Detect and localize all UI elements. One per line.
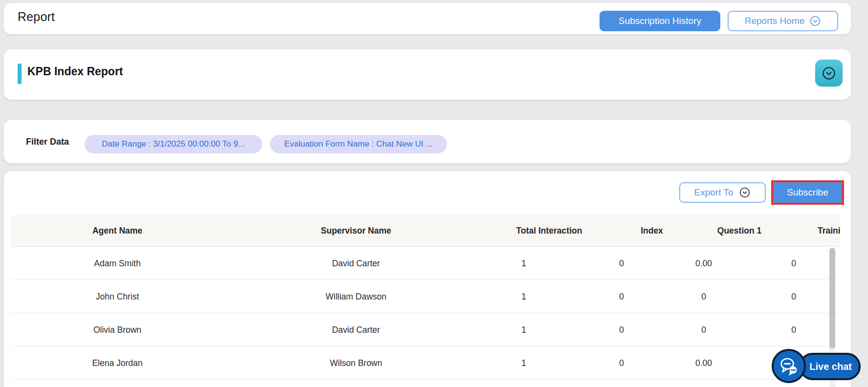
live-chat-button[interactable]: Live chat [799,353,861,380]
cell-training: 0 [791,291,796,301]
report-page: { "page": { "title": "Report" }, "header… [0,0,868,387]
cell-agent-name: Elena Jordan [92,358,142,368]
chevron-down-icon [739,187,751,198]
cell-supervisor-name: William Dawson [326,291,386,301]
subscription-history-label: Subscription History [619,16,701,26]
cell-agent-name: John Christ [96,291,139,301]
collapse-report-button[interactable] [815,60,843,86]
chevron-down-icon [822,66,836,81]
cell-supervisor-name: Wilson Brown [330,358,382,368]
table-row[interactable]: Olivia Brown David Carter 1 0 0 0 [11,313,840,346]
date-range-filter-chip[interactable]: Date Range : 3/1/2025 00:00:00 To 9... [85,135,262,153]
subscribe-button[interactable]: Subscribe [773,182,842,203]
cell-total-interaction: 1 [521,324,526,335]
export-to-button[interactable]: Export To [679,182,766,203]
cell-question-1: 0 [701,324,706,335]
title-accent-bar [18,64,22,84]
cell-index: 0 [619,358,624,368]
kpb-report-card: KPB Index Report [4,49,851,100]
table-row-partial [11,380,840,387]
report-card-title: KPB Index Report [27,65,123,78]
column-header-training: Training [818,226,840,236]
scrollbar-thumb[interactable] [829,248,835,348]
column-header-agent-name: Agent Name [92,226,142,236]
subscribe-label: Subscribe [787,187,828,198]
cell-total-interaction: 1 [521,358,526,368]
cell-index: 0 [619,324,624,335]
table-row[interactable]: Adam Smith David Carter 1 0 0.00 0 [11,247,840,280]
chevron-down-icon [809,15,821,27]
export-to-label: Export To [694,187,734,198]
table-body: Adam Smith David Carter 1 0 0.00 0 John … [11,246,840,387]
cell-question-1: 0.00 [695,258,712,268]
filter-data-label: Filter Data [26,137,69,147]
column-header-question-1: Question 1 [717,226,761,236]
report-table-card: Export To Subscribe Agent Name Superviso… [4,171,851,387]
filter-card: Filter Data Date Range : 3/1/2025 00:00:… [4,120,851,163]
evaluation-form-filter-chip[interactable]: Evaluation Form Name : Chat New UI ... [270,135,447,153]
cell-supervisor-name: David Carter [332,258,380,268]
cell-index: 0 [619,258,624,268]
cell-agent-name: Olivia Brown [93,324,141,335]
table-row[interactable]: Elena Jordan Wilson Brown 1 0 0.00 [11,346,840,380]
column-header-total-interaction: Total Interaction [516,226,582,236]
cell-question-1: 0 [701,291,706,301]
cell-total-interaction: 1 [521,291,526,301]
date-range-filter-text: Date Range : 3/1/2025 00:00:00 To 9... [102,139,245,149]
cell-total-interaction: 1 [521,258,526,268]
cell-supervisor-name: David Carter [332,324,380,335]
top-header-card: Report Subscription History Reports Home [4,3,851,34]
table-header-row: Agent Name Supervisor Name Total Interac… [11,215,840,246]
report-table: Agent Name Supervisor Name Total Interac… [11,215,840,387]
column-header-supervisor-name: Supervisor Name [321,226,391,236]
page-title: Report [18,10,55,24]
cell-agent-name: Adam Smith [94,258,140,268]
cell-training: 0 [791,258,796,268]
cell-training: 0 [791,324,796,335]
cell-question-1: 0.00 [695,358,712,368]
live-chat-bubble-button[interactable] [772,349,806,383]
chat-bubbles-icon [778,355,800,377]
reports-home-button[interactable]: Reports Home [728,11,838,31]
live-chat-label: Live chat [809,361,852,372]
column-header-index: Index [641,226,663,236]
cell-index: 0 [619,291,624,301]
evaluation-form-filter-text: Evaluation Form Name : Chat New UI ... [284,139,432,149]
subscription-history-button[interactable]: Subscription History [600,11,720,31]
subscribe-highlight-box: Subscribe [771,180,844,205]
table-row[interactable]: John Christ William Dawson 1 0 0 0 [11,280,840,313]
reports-home-label: Reports Home [745,16,805,26]
